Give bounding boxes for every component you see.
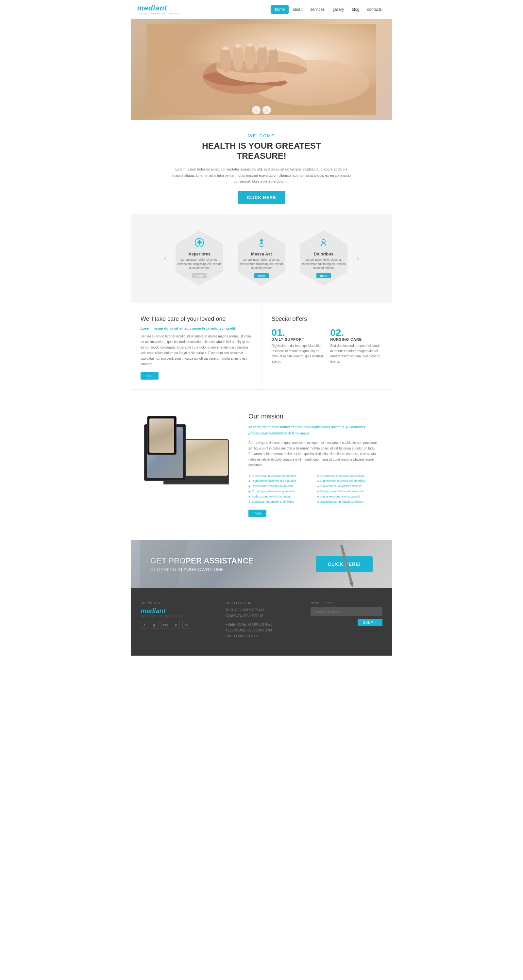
hero-section: ‹ › — [131, 19, 392, 120]
footer-location-col: OUR LOCATION 7610 ST. VINCENT PLACE, GLA… — [226, 601, 297, 639]
services-prev-btn[interactable]: ‹ — [159, 254, 172, 262]
hero-image — [147, 24, 376, 115]
brand-name: mediant — [137, 4, 180, 13]
nav-home[interactable]: home — [271, 5, 289, 14]
welcome-title: HEALTH IS YOUR GREATEST TREASURE! — [170, 141, 353, 161]
small-screen — [149, 418, 174, 453]
nav-about[interactable]: about — [289, 5, 306, 14]
nav-blog[interactable]: blog — [348, 5, 364, 14]
footer: COPYRIGHT mediant TAKING CARE OF OLD PEO… — [131, 588, 392, 655]
svg-marker-22 — [140, 540, 188, 588]
service-item-1: Massa Ast Lorem ipsum dolor sit amet, co… — [234, 230, 289, 286]
offer-text-1: Sed do eiusmod tempor incididunt ut labo… — [330, 343, 383, 364]
service-text-2: Lorem ipsum dolor sit amet, consectetur … — [299, 258, 348, 270]
nav-contacts[interactable]: contacts — [363, 5, 386, 14]
navbar: mediant TAKING CARE OF OLD PEOPLE home a… — [131, 0, 392, 19]
services-container: Asperiores Lorem ipsum dolor sit amet, c… — [172, 230, 351, 286]
footer-copyright-label: COPYRIGHT — [140, 601, 212, 605]
newsletter-submit-btn[interactable]: SUBMIT — [357, 619, 383, 626]
offer-num-1: 02. — [330, 328, 383, 337]
cta-geo-decoration — [131, 540, 203, 588]
mission-lead: At vero eos et accusamus et iusto odio d… — [249, 424, 379, 436]
footer-address: 7610 ST. VINCENT PLACE, GLASGOW, DC 45 F… — [226, 607, 297, 639]
small-device — [147, 416, 177, 455]
social-gplus-icon[interactable]: g+ — [151, 621, 159, 629]
hex-inner-2: Doloribus Lorem ipsum dolor sit amet, co… — [296, 235, 351, 282]
footer-fax: FAX: +1 900 893 9090 — [226, 633, 297, 639]
fax-label: FAX: — [226, 635, 233, 638]
service-more-btn-1[interactable]: more — [254, 273, 269, 278]
offer-label-1: NURSING CARE — [330, 337, 383, 341]
mission-list2-item-3: Errupti quos dolores et quas mol — [317, 489, 379, 494]
social-linkedin-icon[interactable]: in — [182, 621, 190, 629]
pencil-shape — [340, 545, 353, 584]
footer-brand-tag: TAKING CARE OF OLD PEOPLE — [140, 615, 212, 617]
footer-freephone: FREEPHONE: +1 800 339 6590 — [226, 622, 297, 627]
mission-list2-item-4: Aatlas excepturi sint occaecati — [317, 494, 379, 499]
hero-arrows: ‹ › — [252, 106, 271, 115]
service-text-1: Lorem ipsum dolor sit amet, consectetur … — [237, 258, 286, 270]
mission-content: Our mission At vero eos et accusamus et … — [242, 406, 392, 523]
services-next-btn[interactable]: › — [351, 254, 364, 262]
mission-list2-item-2: Raesentium voluptatum deleniti — [317, 484, 379, 489]
offer-num-0: 01. — [272, 328, 324, 337]
social-pinterest-icon[interactable]: p — [172, 621, 180, 629]
mission-list-item-5: Eupiblata non proident, similique — [249, 499, 311, 504]
click-here-button[interactable]: CLICK HERE — [238, 191, 285, 204]
small-screen-image — [149, 418, 174, 453]
footer-brand-name: mediant — [140, 607, 212, 615]
offer-item-1: 02. NURSING CARE Sed do eiusmod tempor i… — [330, 328, 383, 364]
mission-title: Our mission — [249, 412, 379, 420]
service-icon-1 — [237, 238, 286, 250]
svg-point-10 — [222, 46, 229, 50]
special-offers-section: Special offers 01. DAILY SUPPORT Digniss… — [262, 302, 392, 390]
footer-address-text: 7610 ST. VINCENT PLACE, GLASGOW, DC 45 F… — [226, 607, 297, 619]
nav-gallery[interactable]: gallery — [328, 5, 348, 14]
social-facebook-icon[interactable]: f — [140, 621, 148, 629]
loved-more-btn[interactable]: more — [140, 372, 158, 380]
service-item-2: Doloribus Lorem ipsum dolor sit amet, co… — [296, 230, 351, 286]
mission-list-item-1: Dignissimos ducimus qui blanditiis — [249, 478, 311, 484]
nav-links: home about services gallery blog contact… — [271, 5, 386, 14]
offer-label-0: DAILY SUPPORT — [272, 337, 324, 341]
loved-text: Sed do eiusmod tempor incididunt ut labo… — [140, 334, 252, 367]
service-more-btn-0[interactable]: more — [192, 273, 207, 278]
mission-list2-item-1: Dignissimos ducimus qui blanditiis — [317, 478, 379, 484]
mission-more-btn[interactable]: more — [249, 510, 266, 517]
newsletter-email-input[interactable] — [311, 607, 383, 616]
telephone-label: TELEPHONE: — [226, 628, 246, 632]
footer-telephone: TELEPHONE: +1 800 693 6033 — [226, 627, 297, 633]
nav-services[interactable]: services — [306, 5, 328, 14]
mission-list-col1: At vero eos et accusamus et iusto Dignis… — [249, 473, 311, 504]
services-section: ‹ Asperiores Lorem ipsum dolor sit amet,… — [131, 214, 392, 302]
cta-banner: GET PROPER ASSISTANCE REMAINING IN YOUR … — [131, 540, 392, 588]
footer-brand-col: COPYRIGHT mediant TAKING CARE OF OLD PEO… — [140, 601, 212, 639]
social-rss-icon[interactable]: rss — [161, 621, 169, 629]
footer-social-links: f g+ rss p in — [140, 621, 212, 629]
svg-point-12 — [247, 43, 254, 47]
service-more-btn-2[interactable]: more — [316, 273, 331, 278]
hero-next-btn[interactable]: › — [263, 106, 271, 115]
loved-title: We'll take care of your loved one — [140, 315, 252, 323]
loved-subtitle: Lorem ipsum dolor sit amet, consectetur … — [140, 326, 252, 330]
svg-point-16 — [260, 239, 263, 242]
freephone-label: FREEPHONE: — [226, 623, 247, 626]
mission-text: Corrupti quos dolores et quas molestiae … — [249, 440, 379, 468]
service-icon-0 — [175, 238, 224, 250]
footer-location-title: OUR LOCATION — [226, 601, 297, 605]
hero-prev-btn[interactable]: ‹ — [252, 106, 260, 115]
footer-grid: COPYRIGHT mediant TAKING CARE OF OLD PEO… — [140, 601, 383, 639]
mission-list-grid: At vero eos et accusamus et iusto Dignis… — [249, 473, 379, 504]
special-offers-title: Special offers — [272, 315, 383, 323]
footer-newsletter-title: NEWSLETTER — [311, 601, 383, 605]
loved-one-section: We'll take care of your loved one Lorem … — [131, 302, 262, 390]
welcome-section: WELCOME HEALTH IS YOUR GREATEST TREASURE… — [131, 120, 392, 214]
device-stack — [144, 412, 229, 484]
service-text-0: Lorem ipsum dolor sit amet, consectetur … — [175, 258, 224, 270]
logo[interactable]: mediant TAKING CARE OF OLD PEOPLE — [137, 4, 180, 15]
service-title-0: Asperiores — [175, 251, 224, 256]
svg-point-14 — [270, 46, 276, 50]
welcome-text: Lorem ipsum dolor sit amet, consectetur … — [170, 166, 353, 185]
mission-list-col2: At vero eos et accusamus et iusto Dignis… — [317, 473, 379, 504]
mission-list-item-3: Errupti quos dolores et quas mol — [249, 489, 311, 494]
